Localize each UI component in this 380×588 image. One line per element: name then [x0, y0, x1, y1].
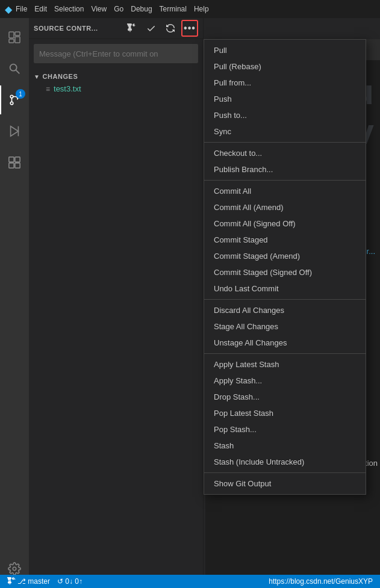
menu-item-commit-all-amend[interactable]: Commit All (Amend) — [204, 199, 366, 215]
status-sync[interactable]: ↺ 0↓ 0↑ — [55, 575, 85, 588]
menu-item-pull-from[interactable]: Pull from... — [204, 75, 366, 91]
sync-icon: ↺ 0↓ 0↑ — [57, 577, 83, 586]
menu-item-drop-stash[interactable]: Drop Stash... — [204, 389, 366, 405]
menu-item-discard-all[interactable]: Discard All Changes — [204, 302, 366, 318]
separator-4 — [204, 353, 366, 354]
refresh-icon[interactable] — [162, 20, 179, 37]
menu-terminal[interactable]: Terminal — [160, 5, 187, 13]
menu-go[interactable]: Go — [114, 5, 123, 13]
status-bar: ⎇ master ↺ 0↓ 0↑ https://blog.csdn.net/G… — [0, 575, 380, 588]
menu-item-commit-all-signed[interactable]: Commit All (Signed Off) — [204, 215, 366, 232]
file-item[interactable]: ≡ test3.txt — [29, 82, 203, 95]
menu-item-undo-commit[interactable]: Undo Last Commit — [204, 280, 366, 297]
activity-bar: 1 — [0, 18, 29, 588]
changes-section: ▼ CHANGES ≡ test3.txt — [29, 68, 203, 97]
menu-file[interactable]: File — [16, 5, 27, 13]
explorer-icon[interactable] — [0, 23, 29, 52]
svg-point-6 — [10, 95, 13, 98]
source-control-title: Source Contr... — [34, 25, 119, 32]
more-actions-button[interactable]: ••• — [181, 20, 198, 37]
menu-selection[interactable]: Selection — [54, 5, 84, 13]
blog-url: https://blog.csdn.net/GeniusXYP — [269, 577, 373, 586]
menu-item-stage-all[interactable]: Stage All Changes — [204, 318, 366, 335]
commit-area — [29, 39, 203, 68]
menu-item-pull-rebase[interactable]: Pull (Rebase) — [204, 58, 366, 75]
svg-marker-9 — [11, 126, 19, 137]
menu-item-commit-staged[interactable]: Commit Staged — [204, 232, 366, 248]
menu-item-unstage-all[interactable]: Unstage All Changes — [204, 335, 366, 351]
menu-item-stash-untracked[interactable]: Stash (Include Untracked) — [204, 454, 366, 470]
separator-5 — [204, 472, 366, 473]
menu-debug[interactable]: Debug — [131, 5, 152, 13]
menu-item-apply-latest-stash[interactable]: Apply Latest Stash — [204, 356, 366, 373]
menu-item-pull[interactable]: Pull — [204, 42, 366, 58]
menu-item-pop-latest-stash[interactable]: Pop Latest Stash — [204, 405, 366, 421]
file-icon: ≡ — [46, 85, 50, 93]
svg-rect-0 — [9, 32, 14, 38]
svg-point-4 — [10, 64, 17, 71]
svg-rect-3 — [9, 39, 14, 43]
dropdown-menu: Pull Pull (Rebase) Pull from... Push Pus… — [204, 39, 366, 495]
branch-list-icon[interactable] — [123, 20, 140, 37]
svg-rect-13 — [9, 163, 14, 168]
status-url[interactable]: https://blog.csdn.net/GeniusXYP — [266, 575, 375, 588]
menu-item-publish-branch[interactable]: Publish Branch... — [204, 161, 366, 178]
menu-help[interactable]: Help — [194, 5, 209, 13]
svg-point-15 — [13, 567, 16, 571]
commit-message-input[interactable] — [34, 44, 198, 63]
separator-1 — [204, 142, 366, 143]
sc-actions: ••• — [123, 20, 198, 37]
changes-header[interactable]: ▼ CHANGES — [29, 70, 203, 82]
title-bar: ◆ File Edit Selection View Go Debug Term… — [0, 0, 380, 18]
search-icon[interactable] — [0, 54, 29, 83]
separator-2 — [204, 180, 366, 181]
extensions-icon[interactable] — [0, 148, 29, 177]
menu-item-commit-staged-amend[interactable]: Commit Staged (Amend) — [204, 248, 366, 264]
svg-rect-11 — [9, 157, 14, 162]
svg-rect-14 — [15, 163, 20, 168]
tion-text: tion — [365, 459, 378, 468]
file-name: test3.txt — [54, 84, 81, 93]
menu-item-push[interactable]: Push — [204, 91, 366, 107]
menu-item-commit-staged-signed[interactable]: Commit Staged (Signed Off) — [204, 264, 366, 280]
svg-rect-2 — [15, 37, 20, 43]
menu-item-pop-stash[interactable]: Pop Stash... — [204, 421, 366, 438]
vscode-logo-icon: ◆ — [5, 4, 12, 15]
menu-item-sync[interactable]: Sync — [204, 123, 366, 140]
menu-item-stash[interactable]: Stash — [204, 438, 366, 454]
status-branch[interactable]: ⎇ master — [5, 575, 52, 588]
separator-3 — [204, 299, 366, 300]
svg-point-7 — [10, 102, 13, 105]
run-icon[interactable] — [0, 117, 29, 146]
menu-edit[interactable]: Edit — [34, 5, 47, 13]
menu-item-apply-stash[interactable]: Apply Stash... — [204, 373, 366, 389]
menu-bar: File Edit Selection View Go Debug Termin… — [16, 5, 209, 13]
svg-rect-1 — [15, 32, 20, 36]
svg-rect-12 — [15, 157, 20, 162]
menu-item-show-git-output[interactable]: Show Git Output — [204, 475, 366, 492]
checkmark-icon[interactable] — [143, 20, 160, 37]
source-control-icon[interactable]: 1 — [0, 85, 29, 114]
changes-label: CHANGES — [42, 73, 78, 80]
chevron-down-icon: ▼ — [34, 73, 40, 80]
main-panel: Source Contr... ••• — [29, 18, 380, 588]
source-control-badge: 1 — [16, 89, 25, 99]
source-control-header: Source Contr... ••• — [29, 18, 203, 39]
more-dots-icon: ••• — [184, 23, 196, 34]
menu-item-commit-all[interactable]: Commit All — [204, 183, 366, 199]
menu-view[interactable]: View — [91, 5, 107, 13]
menu-item-push-to[interactable]: Push to... — [204, 107, 366, 123]
menu-item-checkout[interactable]: Checkout to... — [204, 145, 366, 161]
branch-name: ⎇ master — [17, 577, 50, 586]
svg-line-5 — [16, 70, 19, 73]
